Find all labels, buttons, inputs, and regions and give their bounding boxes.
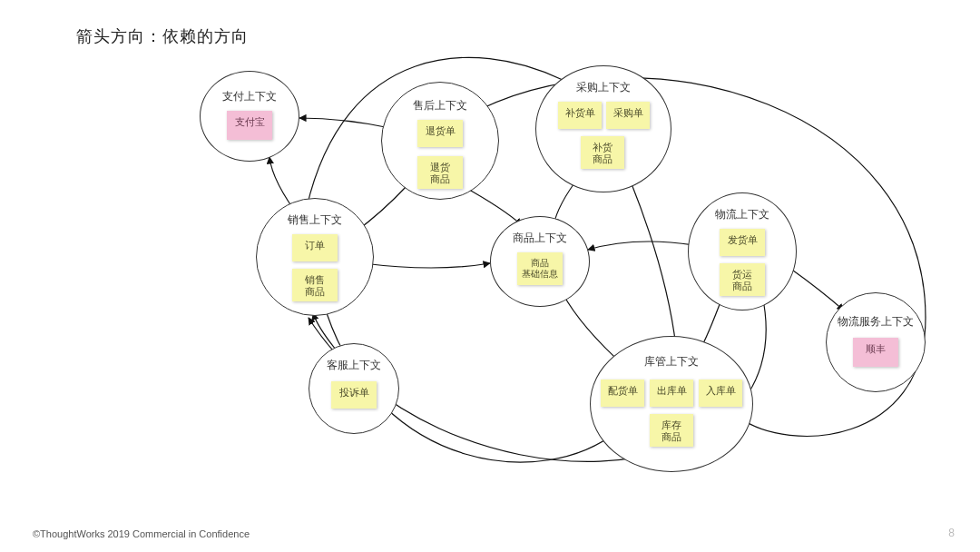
edge-logistics-courier (789, 268, 844, 310)
note-purchase-0: 补货单 (558, 102, 602, 129)
slide-title: 箭头方向：依赖的方向 (76, 25, 249, 47)
edge-logistics-product (588, 242, 694, 250)
context-sales-label: 销售上下文 (288, 212, 342, 228)
context-payment-label: 支付上下文 (222, 89, 277, 104)
note-logistics-1: 货运 商品 (720, 263, 765, 296)
context-warehouse-label: 库管上下文 (644, 354, 699, 370)
edge-service-sales (313, 313, 336, 350)
note-warehouse-0: 配货单 (601, 380, 644, 407)
note-aftersale-0: 退货单 (417, 120, 463, 147)
slide: { "title": "箭头方向：依赖的方向", "footer": "©Tho… (0, 0, 980, 552)
context-courier-label: 物流服务上下文 (837, 314, 915, 330)
footer-text: ©ThoughtWorks 2019 Commercial in Confide… (33, 528, 250, 539)
context-purchase-label: 采购上下文 (576, 80, 631, 95)
note-warehouse-3: 库存 商品 (650, 414, 693, 447)
note-payment-0: 支付宝 (227, 111, 272, 140)
context-product-label: 商品上下文 (513, 231, 567, 246)
context-logistics-label: 物流上下文 (715, 207, 769, 222)
note-product-0: 商品 基础信息 (517, 252, 563, 285)
note-logistics-0: 发货单 (720, 229, 765, 256)
edge-purchase-warehouse (631, 182, 676, 347)
note-aftersale-1: 退货 商品 (417, 156, 463, 189)
note-courier-0: 顺丰 (853, 338, 898, 367)
context-aftersale-label: 售后上下文 (413, 98, 467, 113)
edge-aftersale-product (463, 186, 522, 225)
edge-aftersale-payment (299, 118, 395, 129)
note-service-0: 投诉单 (331, 381, 377, 409)
page-number: 8 (948, 527, 955, 539)
note-purchase-2: 补货 商品 (581, 136, 624, 169)
note-sales-0: 订单 (292, 234, 338, 261)
edge-sales-product (363, 263, 490, 268)
note-purchase-1: 采购单 (606, 102, 650, 129)
note-warehouse-2: 入库单 (699, 380, 742, 407)
note-sales-1: 销售 商品 (292, 269, 338, 301)
arrows-layer (0, 0, 980, 552)
note-warehouse-1: 出库单 (650, 380, 693, 407)
context-service-label: 客服上下文 (327, 358, 381, 373)
